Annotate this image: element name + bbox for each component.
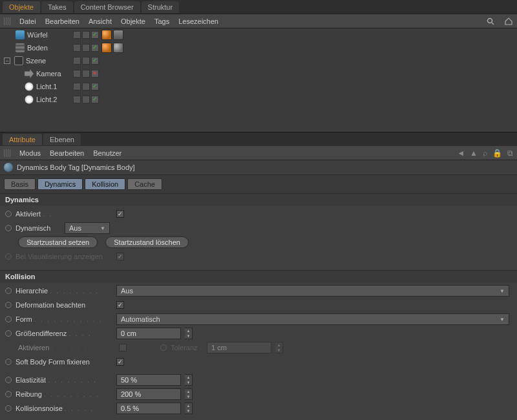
dynamics-tag-icon[interactable] [101,30,112,40]
menu-benutzer[interactable]: Benutzer [93,149,121,157]
enable-flag[interactable] [91,96,99,103]
subtab-cache[interactable]: Cache [127,178,162,190]
nav-back-icon[interactable]: ◄ [457,149,465,158]
dropdown-dynamisch[interactable]: Aus▼ [65,222,110,234]
label-deformation: Deformation beachten [16,301,85,309]
row-szene[interactable]: −Szene [0,54,517,67]
input-reibung[interactable]: 200 % [116,388,181,400]
param-knob[interactable] [5,330,12,337]
search-icon[interactable]: ⌕ [483,149,487,158]
subtab-kollision[interactable]: Kollision [85,178,125,190]
menu-tags[interactable]: Tags [154,17,169,25]
grip-icon [4,149,10,157]
layer-flag[interactable] [73,57,81,65]
param-knob[interactable] [5,253,12,260]
param-knob[interactable] [5,225,12,231]
tab-objekte[interactable]: Objekte [3,1,40,13]
enable-flag[interactable] [91,83,99,90]
obj-label[interactable]: Boden [27,44,48,52]
spinner[interactable]: ▲▼ [185,388,193,400]
menu-bearbeiten[interactable]: Bearbeiten [45,17,79,25]
home-icon[interactable] [504,17,513,26]
nav-up-icon[interactable]: ▲ [470,149,478,158]
spinner[interactable]: ▲▼ [185,403,193,414]
menu-datei[interactable]: Datei [19,17,36,25]
param-knob[interactable] [5,359,12,365]
label-softbody: Soft Body Form fixieren [16,358,90,366]
enable-flag[interactable] [91,57,99,65]
button-startzustand-loeschen[interactable]: Startzustand löschen [105,236,189,248]
render-flag[interactable] [82,70,90,78]
param-knob[interactable] [5,211,12,217]
tab-ebenen[interactable]: Ebenen [43,134,81,145]
button-startzustand-setzen[interactable]: Startzustand setzen [18,236,98,248]
lock-icon[interactable]: 🔒 [492,149,502,158]
subtab-dynamics[interactable]: Dynamics [37,178,83,190]
subtab-basis[interactable]: Basis [4,178,36,190]
tab-struktur[interactable]: Struktur [142,1,180,13]
expand-toggle[interactable]: − [4,58,10,64]
enable-flag[interactable] [91,31,99,39]
obj-label[interactable]: Szene [26,57,46,65]
attribute-title: Dynamics Body Tag [Dynamics Body] [17,163,135,171]
light-icon [25,82,34,91]
section-kollision: Kollision [0,270,517,282]
enable-flag[interactable] [91,70,99,78]
dropdown-hierarchie[interactable]: Aus▼ [116,285,509,297]
dropdown-form[interactable]: Automatisch▼ [116,313,509,325]
param-knob[interactable] [5,316,12,322]
obj-label[interactable]: Kamera [36,70,61,78]
layer-flag[interactable] [73,96,81,103]
row-wuerfel[interactable]: Würfel [0,28,517,41]
attribute-header: Dynamics Body Tag [Dynamics Body] [0,160,517,175]
param-knob [160,344,167,351]
menu-modus[interactable]: Modus [19,149,41,157]
param-knob[interactable] [5,405,12,412]
spinner[interactable]: ▲▼ [185,328,193,339]
tab-takes[interactable]: Takes [41,1,73,13]
obj-label[interactable]: Licht.2 [36,96,57,103]
menu-ansicht[interactable]: Ansicht [89,17,112,25]
row-licht2[interactable]: Licht.2 [0,93,517,106]
input-groessendifferenz[interactable]: 0 cm [116,328,181,339]
row-kamera[interactable]: Kamera [0,67,517,80]
param-knob[interactable] [5,391,12,397]
dynamics-tag-icon[interactable] [101,43,112,53]
attribute-panel-tabs: Attribute Ebenen [0,132,517,146]
input-kollisionsnoise[interactable]: 0.5 % [116,403,181,414]
new-window-icon[interactable]: ⧉ [507,149,513,158]
enable-flag[interactable] [91,44,99,52]
layer-flag[interactable] [73,83,81,90]
null-icon [14,56,23,65]
compositing-tag-icon[interactable] [113,30,123,40]
param-knob[interactable] [5,288,12,294]
menu-objekte[interactable]: Objekte [121,17,145,25]
param-knob[interactable] [5,377,12,383]
render-flag[interactable] [82,96,90,103]
obj-label[interactable]: Würfel [27,31,48,39]
tab-content-browser[interactable]: Content Browser [74,1,140,13]
tab-attribute[interactable]: Attribute [3,134,42,145]
render-flag[interactable] [82,44,90,52]
menu-bearbeiten[interactable]: Bearbeiten [50,149,84,157]
checkbox-visualisierung [116,253,124,260]
menu-lesezeichen[interactable]: Lesezeichen [178,17,218,25]
render-flag[interactable] [82,57,90,65]
layer-flag[interactable] [73,44,81,52]
input-elastizitaet[interactable]: 50 % [116,374,181,386]
checkbox-aktiviert[interactable] [116,210,124,218]
row-licht1[interactable]: Licht.1 [0,80,517,93]
search-icon[interactable] [486,17,495,26]
label-elastizitaet: Elastizität [16,376,46,384]
material-tag-icon[interactable] [113,43,123,53]
layer-flag[interactable] [73,70,81,78]
render-flag[interactable] [82,83,90,90]
checkbox-softbody[interactable] [116,358,124,366]
render-flag[interactable] [82,31,90,39]
row-boden[interactable]: Boden [0,41,517,54]
obj-label[interactable]: Licht.1 [36,83,57,90]
layer-flag[interactable] [73,31,81,39]
spinner[interactable]: ▲▼ [185,374,193,386]
param-knob[interactable] [5,302,12,308]
checkbox-deformation[interactable] [116,301,124,309]
